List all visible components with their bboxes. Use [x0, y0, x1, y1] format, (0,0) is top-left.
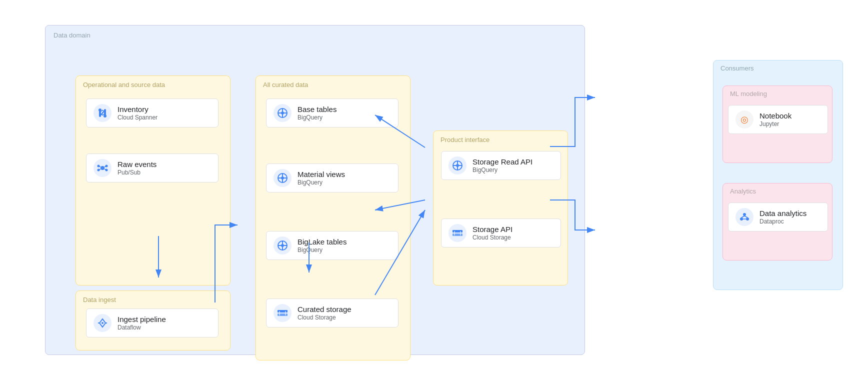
svg-point-54	[743, 213, 746, 216]
data-domain-box: Data domain Operational and source data	[45, 25, 585, 355]
ingest-pipeline-title: Ingest pipeline	[118, 315, 166, 324]
svg-rect-48	[452, 234, 462, 236]
data-analytics-title: Data analytics	[760, 209, 806, 218]
storage-read-api-card: Storage Read API BigQuery	[441, 151, 561, 180]
notebook-title: Notebook	[760, 112, 792, 120]
canvas: Data domain Operational and source data	[0, 0, 868, 377]
base-tables-text: Base tables BigQuery	[298, 105, 336, 121]
data-analytics-card: Data analytics Dataproc	[728, 202, 828, 232]
svg-point-46	[448, 224, 466, 242]
ingest-pipeline-text: Ingest pipeline Dataflow	[118, 315, 166, 331]
svg-point-35	[281, 244, 284, 247]
storage-read-api-text: Storage Read API BigQuery	[472, 158, 532, 174]
raw-events-card: Raw events Pub/Sub	[86, 154, 218, 182]
svg-text:⚙: ⚙	[99, 108, 106, 117]
svg-point-36	[274, 304, 292, 322]
material-views-title: Material views	[298, 170, 345, 178]
data-analytics-subtitle: Dataproc	[760, 218, 806, 225]
product-interface-box: Product interface Storage Read API BigQu…	[433, 130, 568, 286]
curated-storage-title: Curated storage	[298, 305, 352, 314]
storage-read-api-title: Storage Read API	[472, 158, 532, 166]
inventory-card: ⚙ Inventory Cloud Spanner	[86, 98, 218, 128]
ml-label: ML modeling	[730, 90, 767, 98]
bigquery-icon-base	[274, 104, 292, 122]
notebook-subtitle: Jupyter	[760, 120, 792, 128]
svg-point-25	[281, 112, 284, 114]
inventory-text: Inventory Cloud Spanner	[118, 105, 158, 121]
consumers-label: Consumers	[720, 64, 754, 72]
base-tables-card: Base tables BigQuery	[266, 98, 398, 128]
biglake-tables-subtitle: BigQuery	[298, 246, 346, 254]
curated-data-box: All curated data Base tables BigQuery	[256, 76, 410, 360]
operational-label: Operational and source data	[83, 81, 165, 88]
raw-events-subtitle: Pub/Sub	[118, 169, 156, 176]
material-views-card: Material views BigQuery	[266, 164, 398, 192]
svg-rect-47	[452, 230, 462, 232]
svg-point-8	[100, 166, 104, 170]
svg-rect-37	[278, 310, 288, 312]
bigquery-icon-read	[448, 156, 466, 174]
material-views-text: Material views BigQuery	[298, 170, 345, 186]
svg-point-20	[102, 322, 104, 324]
data-domain-label: Data domain	[54, 32, 90, 39]
raw-events-title: Raw events	[118, 160, 156, 168]
storage-icon-api	[448, 224, 466, 242]
bigquery-icon-material	[274, 169, 292, 187]
biglake-tables-title: BigLake tables	[298, 238, 346, 246]
svg-text:◎: ◎	[740, 114, 748, 124]
operational-box: Operational and source data	[76, 76, 230, 286]
storage-api-title: Storage API	[472, 225, 512, 234]
material-views-subtitle: BigQuery	[298, 179, 345, 186]
ingest-pipeline-subtitle: Dataflow	[118, 324, 166, 331]
ingest-label: Data ingest	[83, 296, 116, 304]
analytics-label: Analytics	[730, 188, 756, 195]
data-analytics-text: Data analytics Dataproc	[760, 209, 806, 225]
consumers-box: Consumers ML modeling ◎ Notebook Jupyter	[713, 60, 843, 290]
svg-point-53	[736, 208, 754, 226]
biglake-tables-text: BigLake tables BigQuery	[298, 238, 346, 254]
svg-point-30	[281, 176, 284, 180]
dataflow-icon	[94, 314, 112, 332]
svg-rect-38	[278, 314, 288, 316]
base-tables-subtitle: BigQuery	[298, 114, 336, 121]
dataproc-icon	[736, 208, 754, 226]
inventory-title: Inventory	[118, 105, 158, 114]
curated-storage-card: Curated storage Cloud Storage	[266, 298, 398, 328]
spanner-icon: ⚙	[94, 104, 112, 122]
storage-api-subtitle: Cloud Storage	[472, 234, 512, 241]
curated-storage-text: Curated storage Cloud Storage	[298, 305, 352, 321]
storage-api-text: Storage API Cloud Storage	[472, 225, 512, 241]
inventory-subtitle: Cloud Spanner	[118, 114, 158, 121]
pubsub-icon	[94, 159, 112, 177]
storage-read-api-subtitle: BigQuery	[472, 166, 532, 174]
analytics-box: Analytics Data analytics D	[722, 183, 832, 260]
notebook-card: ◎ Notebook Jupyter	[728, 105, 828, 134]
ingest-box: Data ingest Ingest pipeline Dataflow	[76, 290, 230, 350]
raw-events-text: Raw events Pub/Sub	[118, 160, 156, 176]
ml-modeling-box: ML modeling ◎ Notebook Jupyter	[722, 86, 832, 163]
ingest-pipeline-card: Ingest pipeline Dataflow	[86, 308, 218, 338]
svg-point-45	[456, 164, 459, 167]
storage-api-card: Storage API Cloud Storage	[441, 218, 561, 248]
product-label: Product interface	[440, 136, 490, 144]
biglake-tables-card: BigLake tables BigQuery	[266, 231, 398, 260]
base-tables-title: Base tables	[298, 105, 336, 114]
curated-label: All curated data	[263, 81, 308, 88]
storage-icon-curated	[274, 304, 292, 322]
curated-storage-subtitle: Cloud Storage	[298, 314, 352, 321]
jupyter-icon: ◎	[736, 110, 754, 128]
notebook-text: Notebook Jupyter	[760, 112, 792, 128]
bigquery-icon-biglake	[274, 236, 292, 254]
